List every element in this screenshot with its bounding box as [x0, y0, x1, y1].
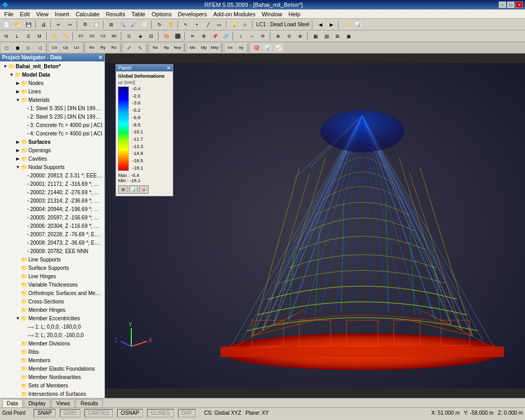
surface-btn[interactable]: ▭	[214, 20, 224, 29]
tree-item[interactable]: 📁Intersections of Surfaces	[1, 390, 103, 398]
tb3-4[interactable]: ◁	[34, 43, 45, 52]
tree-item[interactable]: ▶📁Openings	[1, 146, 103, 155]
select-btn[interactable]: ↖	[181, 20, 191, 29]
tree-item[interactable]: 📁Line Hinges	[1, 272, 103, 281]
undo-btn[interactable]: ↩	[54, 20, 64, 29]
panel-graph-btn[interactable]: 📊	[129, 185, 138, 194]
menu-item-table[interactable]: Table	[128, 10, 148, 18]
zoom-out[interactable]: 🔎	[128, 20, 139, 29]
tb2-17[interactable]: 📌	[209, 32, 220, 41]
tree-item[interactable]: ⟶2: L; 20,0,0; -160,0,0	[1, 331, 103, 340]
calc-btn[interactable]: ⚡	[341, 20, 352, 29]
tree-item[interactable]: •1: Steel S 355 | DIN EN 1993-1-...	[1, 104, 103, 113]
tb3-23[interactable]: 📈	[273, 43, 284, 52]
tb3-6[interactable]: Uy	[60, 43, 71, 52]
grid-indicator[interactable]: GRID	[60, 409, 80, 417]
copy-btn[interactable]: ⧉	[80, 20, 90, 29]
tree-item[interactable]: •20005: 20597; Z -156.69 *; EEE N	[1, 214, 103, 222]
save-btn[interactable]: 💾	[23, 20, 34, 29]
tb2-22[interactable]: ⊕	[273, 32, 284, 41]
paste-btn[interactable]: 📋	[91, 20, 101, 29]
zoom-in[interactable]: 🔍	[117, 20, 128, 29]
tree-item[interactable]: •3: Concrete f'c = 4000 psi | ACI	[1, 121, 103, 130]
dxf-indicator[interactable]: DXF	[178, 409, 196, 417]
tab-results[interactable]: Results	[76, 399, 102, 407]
tb3-1[interactable]: ◻	[1, 43, 12, 52]
new-btn[interactable]: 📄	[1, 20, 12, 29]
tree-item[interactable]: 📁Sets of Members	[1, 382, 103, 390]
tree-item[interactable]: •20007: 20228; Z -76.69 *; EEE Ni	[1, 230, 103, 239]
redo-btn[interactable]: ↪	[65, 20, 75, 29]
tree-item[interactable]: ▶📁Cavities	[1, 155, 103, 163]
tree-item[interactable]: •20009: 20782; EEE NNN	[1, 247, 103, 256]
line-btn[interactable]: ╱	[203, 20, 213, 29]
tb3-13[interactable]: Nx	[150, 43, 161, 52]
tab-display[interactable]: Display	[24, 399, 50, 407]
tree-item[interactable]: •20006: 20304; Z -116.69 *; EEE N	[1, 222, 103, 230]
zoom-all[interactable]: ⊞	[106, 20, 117, 29]
minimize-button[interactable]: −	[499, 2, 506, 8]
tb2-13[interactable]: 🎨	[161, 32, 172, 41]
tb2-4[interactable]: M	[34, 32, 45, 41]
tb2-19[interactable]: ↕	[236, 32, 246, 41]
tb2-1[interactable]: N	[1, 32, 12, 41]
tb3-21[interactable]: 🎯	[251, 43, 261, 52]
print-btn[interactable]: 🖨	[38, 20, 49, 29]
tb3-3[interactable]: ▷	[23, 43, 34, 52]
tree-item[interactable]: 📁Member Nonlinearities	[1, 373, 103, 382]
arrow-next[interactable]: ▶	[326, 20, 337, 29]
tree-item[interactable]: 📁Members	[1, 356, 103, 365]
sidebar-close-button[interactable]: ✕	[98, 55, 102, 60]
panel-close-button[interactable]: ✕	[166, 65, 171, 71]
tree-item[interactable]: 📁Member Elastic Foundations	[1, 365, 103, 373]
maximize-button[interactable]: □	[507, 2, 514, 8]
panel-settings-btn[interactable]: ⚙	[118, 185, 128, 194]
menu-item-add-on-modules[interactable]: Add-on Modules	[210, 10, 258, 18]
tree-item[interactable]: ▶📁Nodes	[1, 79, 103, 88]
tab-data[interactable]: Data	[2, 399, 23, 407]
tree-item[interactable]: ▶📁Surfaces	[1, 138, 103, 146]
tb2-21[interactable]: ⟳	[258, 32, 268, 41]
tb2-26[interactable]: ▤	[321, 32, 332, 41]
tree-item[interactable]: 📁Variable Thicknesses	[1, 281, 103, 289]
menu-item-results[interactable]: Results	[103, 10, 129, 18]
tree-item[interactable]: •20001: 21171; Z -316.69 *; EEE N	[1, 180, 103, 188]
render-btn[interactable]: 💡	[229, 20, 239, 29]
node-btn[interactable]: •	[192, 20, 202, 29]
tree-item[interactable]: ▼📁Member Eccentricities	[1, 314, 103, 323]
mesh-btn[interactable]: ⊹	[240, 20, 250, 29]
tb3-14[interactable]: Ny	[161, 43, 172, 52]
tb2-15[interactable]: fx	[187, 32, 198, 41]
tb2-28[interactable]: ▣	[343, 32, 354, 41]
view-xy[interactable]: XY	[76, 32, 86, 41]
tb3-7[interactable]: Uz	[71, 43, 82, 52]
tree-item[interactable]: •20004: 20944; Z -196.69 *; EEE N	[1, 205, 103, 214]
open-btn[interactable]: 📂	[12, 20, 23, 29]
tree-item[interactable]: •4: Concrete f'c = 4000 psi | ACI	[1, 130, 103, 138]
tree-item[interactable]: 📁Orthotropic Surfaces and Membra	[1, 289, 103, 298]
tb3-11[interactable]: ⤢	[124, 43, 134, 52]
view-3d[interactable]: 3D	[109, 32, 119, 41]
glines-indicator[interactable]: GLINES	[147, 409, 174, 417]
tree-item[interactable]: ▼📁Nodal Supports	[1, 163, 103, 172]
osnap-indicator[interactable]: OSNAP	[117, 409, 143, 417]
tb3-12[interactable]: ⤡	[135, 43, 145, 52]
tree-item[interactable]: 📁Member Hinges	[1, 306, 103, 314]
tree-item[interactable]: 📁Member Divisions	[1, 340, 103, 348]
menu-item-view[interactable]: View	[33, 10, 52, 18]
menu-item-window[interactable]: Window	[258, 10, 285, 18]
view-xz[interactable]: XZ	[87, 32, 97, 41]
menu-item-file[interactable]: File	[1, 10, 17, 18]
tb2-25[interactable]: ▦	[310, 32, 321, 41]
tb2-10[interactable]: ⊙	[124, 32, 134, 41]
tb2-6[interactable]: 📏	[60, 32, 71, 41]
tree-item[interactable]: •20003: 21314; Z -236.69 *; EEE N	[1, 197, 103, 205]
pan-btn[interactable]: ✋	[165, 20, 176, 29]
tree-item[interactable]: •20000: 20813; Z 3.31 *; EEE NNN	[1, 172, 103, 180]
tb3-9[interactable]: Ry	[98, 43, 108, 52]
tab-views[interactable]: Views	[51, 399, 75, 407]
tree-item[interactable]: 📁Ribs	[1, 348, 103, 356]
tb3-19[interactable]: Vx	[225, 43, 235, 52]
tree-item[interactable]: 📁Surface Supports	[1, 264, 103, 272]
rotate-btn[interactable]: ↻	[154, 20, 165, 29]
